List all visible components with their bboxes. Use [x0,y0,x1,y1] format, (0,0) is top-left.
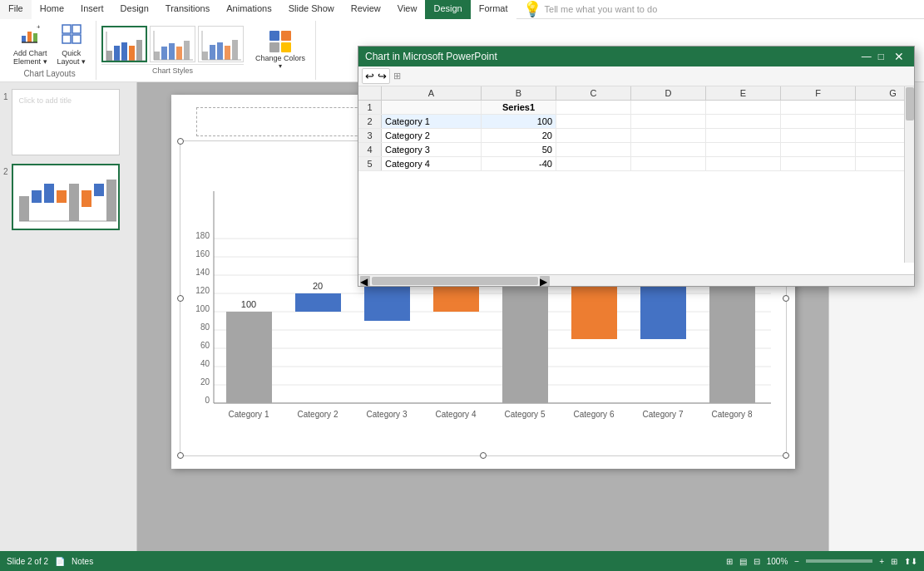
ss-hscroll-thumb[interactable] [372,277,538,285]
ss-cell-d2[interactable] [631,115,706,128]
tab-format[interactable]: Format [471,0,516,19]
ss-col-header-a: A [382,86,482,100]
ss-row-header-5: 5 [358,157,382,170]
ss-col-header-d: D [631,86,706,100]
slide-1-thumb[interactable]: Click to add title [12,89,120,155]
view-reading[interactable]: ⊟ [754,557,760,566]
ss-cell-b3[interactable]: 20 [482,129,556,142]
tab-slideshow[interactable]: Slide Show [280,0,343,19]
svg-rect-32 [44,184,54,203]
ss-close-button[interactable]: ✕ [891,50,907,63]
zoom-out[interactable]: − [794,557,799,566]
zoom-in[interactable]: + [879,557,884,566]
tab-file[interactable]: File [0,0,32,19]
ss-row-header-1: 1 [358,101,382,114]
ss-scrollbar-v[interactable] [904,86,914,263]
ss-maximize[interactable]: □ [878,51,884,62]
fit-slide[interactable]: ⊞ [891,557,897,566]
resize-handle-bm[interactable] [480,452,487,459]
ss-scroll-right[interactable]: ▶ [540,276,550,286]
zoom-bar[interactable] [806,559,872,563]
ss-row-4: 4 Category 3 50 [358,143,914,157]
tab-animations[interactable]: Animations [218,0,279,19]
svg-rect-1 [27,32,32,42]
resize-handle-br[interactable] [783,452,789,459]
ss-cell-c2[interactable] [556,115,631,128]
ss-cell-c1[interactable] [556,101,631,114]
tab-design-chart[interactable]: Design [425,0,470,19]
resize-handle-bl[interactable] [177,452,184,459]
ss-cell-c5[interactable] [556,157,631,170]
svg-text:Category 4: Category 4 [435,410,476,419]
quick-layout-button[interactable]: QuickLayout ▾ [54,22,90,67]
svg-text:140: 140 [195,268,210,277]
ss-cell-f5[interactable] [781,157,856,170]
add-chart-icon: + [20,24,40,48]
slide-2-container: 2 [3,164,133,230]
resize-handle-mr[interactable] [783,295,789,302]
ss-row-header-4: 4 [358,143,382,156]
ss-cell-e1[interactable] [706,101,781,114]
tab-view[interactable]: View [389,0,426,19]
ss-scrollbar-h[interactable]: ◀ ▶ [358,274,914,286]
chart-style-2[interactable] [150,26,195,62]
ss-cell-d1[interactable] [631,101,706,114]
chart-style-3[interactable] [198,26,244,62]
resize-handle-ml[interactable] [177,295,184,302]
ss-cell-f2[interactable] [781,115,856,128]
tab-review[interactable]: Review [343,0,389,19]
view-slide[interactable]: ▤ [739,557,747,566]
ss-toolbar: ↩ ↪ ⊞ [358,66,914,86]
ss-cell-d3[interactable] [631,129,706,142]
slide-2-thumb[interactable] [12,164,120,230]
ss-cell-d5[interactable] [631,157,706,170]
bar-cat5 [502,284,548,403]
svg-rect-36 [94,184,104,196]
ss-cell-a3[interactable]: Category 2 [382,129,482,142]
ss-cell-a2[interactable]: Category 1 [382,115,482,128]
ss-cell-a1[interactable] [382,101,482,114]
ss-cell-f3[interactable] [781,129,856,142]
tell-me-text[interactable]: Tell me what you want to do [545,4,658,14]
change-colors-button[interactable]: Change Colors ▾ [250,27,310,73]
slide-1-placeholder: Click to add title [12,90,119,111]
view-normal[interactable]: ⊞ [726,557,733,566]
svg-rect-0 [22,36,26,42]
ss-scroll-left[interactable]: ◀ [360,276,370,286]
svg-text:+: + [37,24,40,31]
ss-cell-b2[interactable]: 100 [482,115,556,128]
ss-cell-b1[interactable]: Series1 [482,101,556,114]
ss-cell-e4[interactable] [706,143,781,156]
ss-cell-c3[interactable] [556,129,631,142]
change-colors-label: Change Colors [255,54,305,62]
ss-redo-icon[interactable]: ↪ [378,70,387,82]
ss-cell-a4[interactable]: Category 3 [382,143,482,156]
ss-cell-f4[interactable] [781,143,856,156]
ss-row-2: 2 Category 1 100 [358,115,914,129]
bar-cat2 [295,293,341,312]
ss-cell-e2[interactable] [706,115,781,128]
ss-cell-e3[interactable] [706,129,781,142]
ss-cell-d4[interactable] [631,143,706,156]
notes-label[interactable]: Notes [72,557,93,566]
svg-rect-31 [32,190,42,203]
ss-cell-e5[interactable] [706,157,781,170]
ss-scroll-thumb-v[interactable] [906,87,914,121]
tab-insert[interactable]: Insert [72,0,112,19]
ss-cell-c4[interactable] [556,143,631,156]
svg-rect-10 [114,46,120,61]
tab-design-ppt[interactable]: Design [112,0,157,19]
ss-undo-icon[interactable]: ↩ [365,70,374,82]
arrow-up-down[interactable]: ⬆⬇ [904,557,917,566]
ss-cell-b4[interactable]: 50 [482,143,556,156]
ss-cell-b5[interactable]: -40 [482,157,556,170]
ss-cell-a5[interactable]: Category 4 [382,157,482,170]
ss-minimize[interactable]: — [862,51,872,62]
resize-handle-tl[interactable] [177,138,184,145]
ss-cell-f1[interactable] [781,101,856,114]
add-chart-element-button[interactable]: + Add ChartElement ▾ [10,22,51,67]
tab-home[interactable]: Home [32,0,72,19]
ss-col-header-e: E [706,86,781,100]
chart-style-1[interactable] [101,26,147,62]
tab-transitions[interactable]: Transitions [157,0,218,19]
